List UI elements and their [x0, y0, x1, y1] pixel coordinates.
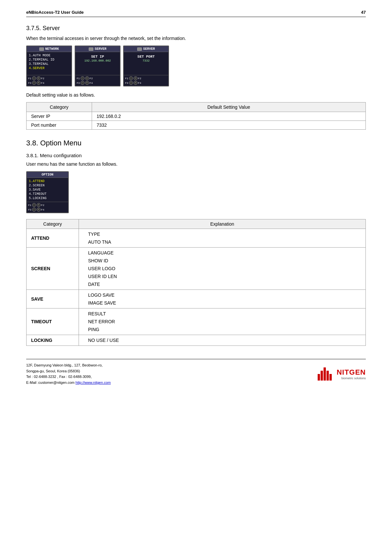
svg-rect-4	[329, 374, 332, 381]
network-menu-2: 2.TERMINAL ID	[29, 58, 69, 62]
table-row: Server IP 192.168.0.2	[27, 112, 366, 121]
svg-rect-3	[327, 371, 329, 381]
attend-type: TYPE	[84, 230, 361, 238]
timeout-ping: PING	[84, 326, 361, 333]
page-header: eNBioAccess-T2 User Guide 47	[26, 10, 366, 17]
server-ip-screen-body: SET IP 192.168.000.002	[75, 52, 120, 75]
set-ip-label: SET IP	[77, 53, 118, 59]
save-image: IMAGE SAVE	[84, 299, 361, 307]
save-category: SAVE	[27, 290, 79, 308]
table-row: SAVE LOGO SAVE IMAGE SAVE	[27, 290, 366, 308]
nitgen-logo-svg	[318, 367, 334, 381]
option-menu-screen: OPTION 1.ATTEND 2.SCREEN 3.SAVE 4.TIMEOU…	[26, 171, 69, 213]
server-ip-screen: SERVER SET IP 192.168.000.002 F1 − + F2 …	[75, 46, 121, 86]
screen-date: DATE	[84, 280, 361, 288]
timeout-result: RESULT	[84, 310, 361, 318]
section-38-heading: 3.8. Option Menu	[26, 139, 366, 147]
footer-website-link[interactable]: http://www.nitgen.com	[76, 381, 111, 384]
set-port-value: 7332	[126, 59, 166, 63]
timeout-explanation: RESULT NET ERROR PING	[79, 308, 366, 335]
locking-no-use: NO USE / USE	[84, 336, 361, 344]
option-table-header-category: Category	[27, 219, 79, 229]
screen-show-id: SHOW ID	[84, 257, 361, 265]
server-port-screen-header: SERVER	[124, 46, 168, 52]
screen-icon	[39, 47, 44, 51]
save-logo: LOGO SAVE	[84, 291, 361, 299]
option-menu-3: 3.SAVE	[29, 188, 66, 192]
server-port-screen: SERVER SET PORT 7332 F1 − + F2 F3 −	[123, 46, 169, 86]
option-menu-2: 2.SCREEN	[29, 183, 66, 188]
option-screen-body: 1.ATTEND 2.SCREEN 3.SAVE 4.TIMEOUT 5.LOC…	[27, 178, 68, 202]
screen-icon-2	[89, 47, 93, 51]
option-table-header-explanation: Explanation	[79, 219, 366, 229]
section-375-heading: 3.7.5. Server	[26, 25, 366, 32]
option-screen-header: OPTION	[27, 172, 68, 178]
table-row: SCREEN LANGUAGE SHOW ID USER LOGO USER I…	[27, 248, 366, 290]
section-381: 3.8.1. Menu configuration User menu has …	[26, 153, 366, 346]
table-row: TIMEOUT RESULT NET ERROR PING	[27, 308, 366, 335]
server-port-screen-body: SET PORT 7332	[124, 52, 168, 75]
network-screen-header: NETWORK	[27, 46, 71, 52]
network-screen-body: 1.AUTH MODE 2.TERMINAL ID 3.TERMINAL 4.S…	[27, 52, 71, 75]
svg-rect-0	[318, 374, 320, 381]
table-header-value: Default Setting Value	[92, 103, 366, 112]
section-381-intro: User menu has the same function as follo…	[26, 161, 366, 167]
server-port-screen-footer: F1 − + F2 F3 − + F4	[124, 75, 168, 86]
screen-user-id-len: USER ID LEN	[84, 272, 361, 280]
option-menu-table: Category Explanation ATTEND TYPE AUTO TN…	[26, 219, 366, 346]
option-screen-footer: F1 − + F2 F3 − + F4	[27, 202, 68, 213]
nitgen-logo-graphic	[318, 367, 334, 381]
port-number-category: Port number	[27, 121, 92, 130]
network-menu-4-active: 4.SERVER	[29, 66, 69, 70]
svg-rect-2	[324, 367, 326, 381]
locking-explanation: NO USE / USE	[79, 335, 366, 346]
table-row: LOCKING NO USE / USE	[27, 335, 366, 346]
svg-rect-1	[321, 371, 323, 381]
nitgen-logo-subtext: biometric solutions	[337, 377, 366, 380]
footer-address-line2: Songpa-gu, Seoul, Korea (05836)	[26, 368, 111, 374]
page-number: 47	[361, 10, 366, 15]
save-explanation: LOGO SAVE IMAGE SAVE	[79, 290, 366, 308]
screen-user-logo: USER LOGO	[84, 265, 361, 272]
document-title: eNBioAccess-T2 User Guide	[26, 10, 84, 15]
table-header-category: Category	[27, 103, 92, 112]
network-menu-1: 1.AUTH MODE	[29, 53, 69, 58]
page-footer: 12F, Daemyung Valeon bldg., 127, Beobwon…	[26, 359, 366, 385]
table-row: ATTEND TYPE AUTO TNA	[27, 229, 366, 248]
screen-category: SCREEN	[27, 248, 79, 290]
port-number-value: 7332	[92, 121, 366, 130]
server-ip-value: 192.168.0.2	[92, 112, 366, 121]
device-screens-group: NETWORK 1.AUTH MODE 2.TERMINAL ID 3.TERM…	[26, 46, 366, 86]
set-ip-value: 192.168.000.002	[77, 59, 118, 63]
footer-address-line1: 12F, Daemyung Valeon bldg., 127, Beobwon…	[26, 363, 111, 368]
server-defaults-table: Category Default Setting Value Server IP…	[26, 102, 366, 130]
option-menu-5: 5.LOCKING	[29, 196, 66, 200]
network-screen-footer: F1 − + F2 F3 − + F4	[27, 75, 71, 86]
server-ip-category: Server IP	[27, 112, 92, 121]
table-row: Port number 7332	[27, 121, 366, 130]
network-screen: NETWORK 1.AUTH MODE 2.TERMINAL ID 3.TERM…	[26, 46, 72, 86]
attend-auto-tna: AUTO TNA	[84, 238, 361, 246]
footer-logo: NITGEN biometric solutions	[318, 367, 366, 381]
option-menu-1: 1.ATTEND	[29, 179, 66, 183]
set-port-label: SET PORT	[126, 53, 166, 59]
screen-explanation: LANGUAGE SHOW ID USER LOGO USER ID LEN D…	[79, 248, 366, 290]
default-setting-text: Default setting value is as follows.	[26, 92, 366, 98]
timeout-category: TIMEOUT	[27, 308, 79, 335]
section-38: 3.8. Option Menu	[26, 139, 366, 147]
server-ip-screen-footer: F1 − + F2 F3 − + F4	[75, 75, 120, 86]
network-menu-3: 3.TERMINAL	[29, 62, 69, 66]
nitgen-logo-text: NITGEN	[337, 368, 366, 377]
locking-category: LOCKING	[27, 335, 79, 346]
nitgen-brand: NITGEN biometric solutions	[337, 368, 366, 380]
server-ip-screen-header: SERVER	[75, 46, 120, 52]
screen-icon-3	[137, 47, 142, 51]
timeout-net-error: NET ERROR	[84, 318, 361, 326]
section-375: 3.7.5. Server When the terminal accesses…	[26, 25, 366, 130]
screen-language: LANGUAGE	[84, 249, 361, 257]
footer-address: 12F, Daemyung Valeon bldg., 127, Beobwon…	[26, 363, 111, 385]
footer-address-line3: Tel : 02-6488-3232 , Fax : 02-6488-3099,	[26, 374, 111, 380]
section-375-intro: When the terminal accesses in server thr…	[26, 36, 366, 41]
footer-address-line4: E-Mail :customer@nitgen.com http://www.n…	[26, 380, 111, 386]
attend-category: ATTEND	[27, 229, 79, 248]
